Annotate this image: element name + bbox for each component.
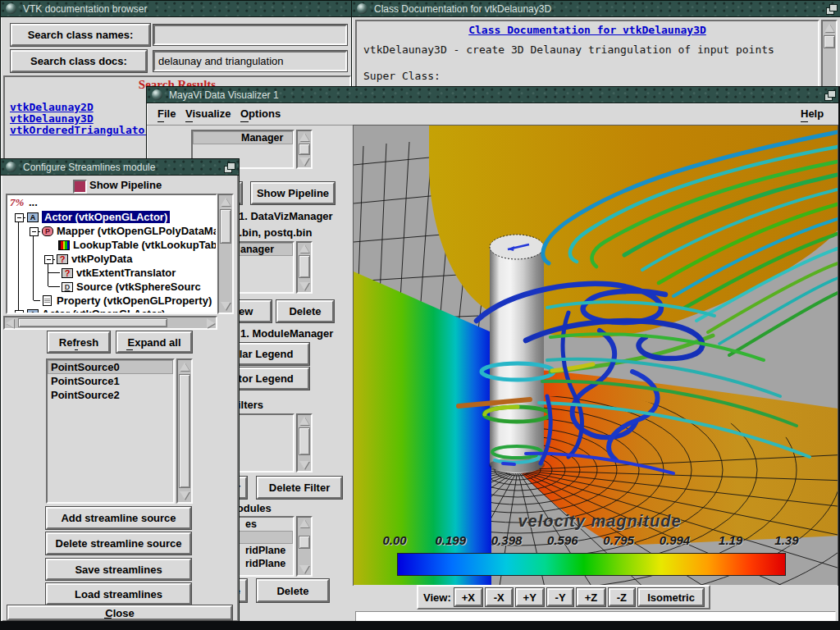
view-isometric-button[interactable]: Isometric — [638, 588, 704, 606]
render-viewport[interactable]: velocity magnitude 0.00 0.199 0.398 0.59… — [354, 126, 838, 585]
search-class-docs-input[interactable]: delaunay and triangulation — [153, 51, 347, 71]
scroll-right-icon[interactable] — [207, 317, 215, 328]
window-restack-icon[interactable] — [224, 162, 235, 172]
scroll-down-icon — [298, 564, 311, 575]
view-label: View: — [423, 591, 451, 604]
list-row[interactable]: Manager — [193, 131, 293, 144]
class-doc-heading-link[interactable]: Class Documentation for vtkDelaunay3D — [357, 24, 818, 36]
tree-item-actor2[interactable]: Actor (vtkOpenGLActor) — [42, 308, 165, 314]
expand-toggle-icon[interactable] — [15, 213, 24, 222]
colorbar-ticks: 0.00 0.199 0.398 0.596 0.795 0.994 1.19 … — [378, 533, 803, 547]
doc-browser-title: VTK documentation browser — [23, 3, 147, 15]
scroll-left-icon[interactable] — [6, 317, 14, 328]
pipeline-tree[interactable]: 7% ... Actor (vtkOpenGLActor) Mapper (vt… — [6, 194, 217, 314]
window-restack-icon[interactable] — [826, 4, 837, 14]
scroll-up-icon — [298, 415, 311, 427]
desktop-bottom-band — [0, 621, 840, 630]
save-streamlines-button[interactable]: Save streamlines — [46, 559, 191, 580]
modulemanager-scrollbar[interactable] — [296, 241, 313, 294]
tree-hscrollbar[interactable] — [3, 316, 217, 330]
mayavi-titlebar[interactable]: MayaVi Data Visualizer 1 — [147, 87, 839, 103]
mayavi-menubar: File Visualize Options Help — [147, 103, 839, 126]
load-streamlines-button[interactable]: Load streamlines — [46, 583, 191, 605]
view-minus-x-button[interactable]: -X — [486, 588, 512, 606]
scroll-down-icon — [178, 490, 191, 501]
menu-help[interactable]: Help — [801, 107, 824, 120]
data-files-label: z.bin, postq.bin — [234, 226, 312, 239]
search-class-names-input[interactable] — [153, 25, 347, 45]
class-doc-titlebar[interactable]: Class Documentation for vtkDelaunay3D — [352, 1, 840, 17]
tree-item-mapper[interactable]: Mapper (vtkOpenGLPolyDataMa — [57, 225, 217, 238]
unknown-type-icon — [62, 268, 73, 278]
view-plus-y-button[interactable]: +Y — [516, 588, 544, 606]
expand-toggle-icon[interactable] — [44, 255, 53, 264]
view-plus-z-button[interactable]: +Z — [577, 588, 605, 606]
configure-streamlines-window: Configure Streamlines module Show Pipeli… — [0, 158, 240, 623]
tree-item-lookup-table[interactable]: LookupTable (vtkLookupTabl — [73, 239, 217, 252]
menu-visualize[interactable]: Visualize — [185, 107, 231, 120]
window-menu-icon[interactable] — [152, 89, 162, 100]
list-item[interactable]: PointSource0 — [48, 360, 173, 374]
list-item[interactable]: PointSource1 — [48, 374, 173, 388]
expand-toggle-icon[interactable] — [30, 227, 39, 236]
show-pipeline-button[interactable]: Show Pipeline — [251, 182, 335, 204]
search-class-docs-button[interactable]: Search class docs: — [11, 50, 147, 72]
window-menu-icon[interactable] — [6, 162, 16, 172]
delete-streamline-source-button[interactable]: Delete streamline source — [46, 532, 191, 555]
menu-options[interactable]: Options — [240, 107, 281, 120]
point-sources-list[interactable]: PointSource0 PointSource1 PointSource2 — [46, 358, 175, 504]
current-dvm-label: 1. DataVizManager — [239, 210, 333, 222]
configure-titlebar[interactable]: Configure Streamlines module — [1, 159, 239, 176]
close-button[interactable]: Close — [7, 605, 232, 620]
scrollbar-thumb — [299, 144, 310, 155]
delete-module-button[interactable]: Delete — [257, 579, 329, 602]
modules-scrollbar[interactable] — [296, 516, 313, 577]
delete-manager-button[interactable]: Delete — [276, 300, 334, 322]
scroll-down-icon — [298, 459, 311, 471]
tree-item-actor[interactable]: Actor (vtkOpenGLActor) — [42, 211, 170, 224]
view-minus-z-button[interactable]: -Z — [609, 588, 635, 606]
expand-toggle-icon[interactable] — [15, 310, 24, 314]
window-restack-icon[interactable] — [824, 90, 835, 100]
tree-item-extent-translator[interactable]: vtkExtentTranslator — [76, 267, 176, 280]
result-link-vtkorderedtriangulator[interactable]: vtkOrderedTriangulator — [10, 124, 151, 136]
scrollbar-thumb[interactable] — [824, 35, 835, 48]
show-pipeline-label[interactable]: Show Pipeline — [89, 179, 162, 191]
point-sources-scrollbar[interactable] — [176, 358, 193, 504]
configure-title: Configure Streamlines module — [23, 162, 155, 173]
source-icon — [62, 282, 73, 292]
delete-filter-button[interactable]: Delete Filter — [257, 477, 342, 499]
cylinder — [489, 235, 545, 473]
scroll-up-icon — [298, 243, 311, 254]
class-doc-superclass-label: Super Class: — [363, 70, 441, 82]
view-plus-x-button[interactable]: +X — [454, 588, 482, 606]
tree-item-source[interactable]: Source (vtkSphereSourc — [76, 281, 201, 294]
window-menu-icon[interactable] — [6, 3, 16, 14]
colorbar-title: velocity magnitude — [468, 512, 731, 531]
tree-item-property[interactable]: Property (vtkOpenGLProperty) — [57, 294, 212, 308]
menu-file[interactable]: File — [158, 107, 176, 120]
scrollbar-thumb[interactable] — [18, 318, 167, 327]
tree-vscrollbar[interactable] — [217, 194, 234, 314]
result-link-vtkdelaunay3d[interactable]: vtkDelaunay3D — [10, 112, 94, 125]
tree-root[interactable]: ... — [29, 196, 38, 209]
result-link-vtkdelaunay2d[interactable]: vtkDelaunay2D — [10, 101, 94, 113]
tree-root-glyph: 7% — [10, 196, 24, 209]
tree-item-polydata[interactable]: vtkPolyData — [71, 253, 132, 266]
filters-scrollbar[interactable] — [296, 413, 313, 472]
scroll-down-icon — [298, 156, 311, 167]
window-menu-icon[interactable] — [357, 3, 368, 14]
list-item[interactable]: PointSource2 — [48, 388, 173, 402]
view-minus-y-button[interactable]: -Y — [547, 588, 573, 606]
doc-browser-titlebar[interactable]: VTK documentation browser — [1, 1, 354, 17]
add-streamline-source-button[interactable]: Add streamline source — [46, 507, 191, 529]
datavizmanager-scrollbar[interactable] — [296, 130, 313, 169]
refresh-button[interactable]: Refresh — [48, 331, 110, 353]
scroll-up-icon — [298, 131, 311, 143]
mayavi-window: MayaVi Data Visualizer 1 File Visualize … — [146, 86, 840, 623]
search-class-names-button[interactable]: Search class names: — [11, 24, 150, 46]
show-pipeline-checkbox[interactable] — [73, 180, 87, 194]
scroll-up-icon[interactable] — [823, 22, 836, 34]
unknown-type-icon — [57, 254, 68, 264]
property-icon — [43, 295, 52, 306]
